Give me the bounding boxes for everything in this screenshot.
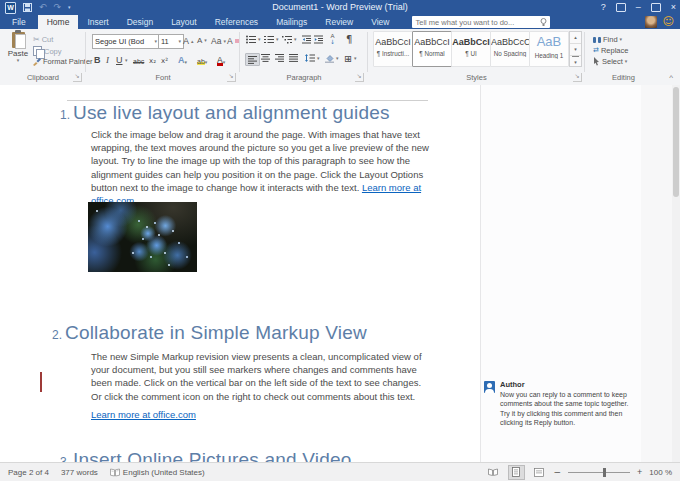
close-button[interactable]: × (671, 0, 676, 15)
zoom-out-button[interactable]: − (554, 467, 562, 477)
paste-clipboard-icon (12, 32, 25, 48)
word-count[interactable]: 377 words (61, 468, 98, 477)
decrease-indent-button[interactable] (302, 35, 311, 44)
line-spacing-button[interactable]: ▾ (305, 54, 320, 62)
tab-home[interactable]: Home (38, 15, 79, 29)
multilevel-list-button[interactable]: ▾ (282, 35, 297, 44)
underline-caret-icon[interactable]: ▾ (125, 58, 128, 63)
strikethrough-button[interactable]: abc (133, 53, 144, 65)
format-painter-button[interactable]: Format Painter (33, 57, 93, 66)
flower-image[interactable] (88, 202, 197, 272)
align-center-button[interactable] (261, 54, 270, 62)
page-indicator[interactable]: Page 2 of 4 (8, 468, 49, 477)
paste-caret-icon[interactable]: ▾ (17, 58, 20, 63)
styles-more-icon[interactable]: ▾ (572, 56, 579, 68)
show-paragraph-marks-button[interactable]: ¶ (346, 34, 352, 45)
tracked-change-bar[interactable] (40, 372, 42, 392)
numbering-button[interactable]: ▾ (264, 35, 279, 44)
font-dialog-launcher-icon[interactable]: ↘ (227, 73, 236, 82)
web-layout-button[interactable] (532, 466, 547, 479)
styles-scroll-down-icon[interactable]: ▾ (570, 44, 581, 56)
clipboard-dialog-launcher-icon[interactable]: ↘ (73, 73, 82, 82)
scissors-icon: ✂ (33, 35, 40, 44)
section-2-heading[interactable]: 2. Collaborate in Simple Markup View (42, 322, 367, 344)
style-no-spacing[interactable]: AaBbCcC No Spacing (490, 31, 530, 67)
section-1-paragraph[interactable]: Click the image below and drag it around… (91, 128, 433, 207)
tell-me-input[interactable] (415, 18, 540, 27)
comment-author: Author (500, 380, 525, 389)
select-button[interactable]: Select ▾ (593, 57, 627, 66)
style-heading-1[interactable]: AaB Heading 1 (529, 31, 569, 67)
borders-button[interactable]: ⊞ ▾ (344, 53, 356, 64)
print-layout-button[interactable] (508, 465, 525, 480)
vertical-scrollbar[interactable] (672, 85, 680, 462)
replace-button[interactable]: ⇄ Replace (593, 46, 628, 55)
underline-button[interactable]: U (116, 53, 123, 65)
find-button[interactable]: Find ▾ (593, 35, 622, 44)
scrollbar-thumb[interactable] (673, 87, 679, 197)
italic-button[interactable]: I (106, 53, 109, 65)
tab-review[interactable]: Review (316, 15, 362, 29)
font-size-combo[interactable]: 11 ▾ (158, 34, 184, 49)
bullets-button[interactable]: ▾ (246, 35, 261, 44)
font-color-caret-icon: ▾ (223, 60, 226, 65)
clear-formatting-button[interactable]: A (227, 36, 239, 46)
page-right-margin (640, 85, 672, 462)
paragraph-dialog-launcher-icon[interactable]: ↘ (355, 73, 364, 82)
text-effects-button[interactable]: A▾ (178, 53, 187, 65)
align-left-button[interactable] (245, 53, 260, 66)
document-canvas[interactable]: Author Now you can reply to a comment to… (0, 85, 672, 462)
justify-button[interactable] (289, 54, 298, 62)
bold-button[interactable]: B (94, 53, 101, 65)
align-right-button[interactable] (275, 54, 284, 62)
tab-file[interactable]: File (0, 15, 38, 29)
styles-scroll-up-icon[interactable]: ▴ (570, 32, 581, 44)
superscript-button[interactable]: x² (161, 53, 168, 65)
font-color-button[interactable]: A ▾ (217, 53, 225, 65)
learn-more-link-2[interactable]: Learn more at office.com (91, 409, 196, 420)
zoom-level[interactable]: 100 % (649, 468, 672, 477)
collapse-ribbon-icon[interactable]: ^ (669, 74, 673, 82)
tell-me-box[interactable] (412, 16, 550, 28)
increase-indent-button[interactable] (314, 35, 323, 44)
print-layout-icon (512, 467, 520, 477)
feedback-smiley-icon[interactable]: ☺ (663, 16, 674, 28)
zoom-in-button[interactable]: + (637, 467, 642, 477)
style-instructions[interactable]: AaBbCcI ¶ Instructi... (373, 31, 413, 67)
font-family-combo[interactable]: Segoe UI (Bod ▾ (92, 34, 160, 49)
tab-references[interactable]: References (206, 15, 267, 29)
user-avatar[interactable] (645, 16, 657, 28)
zoom-slider[interactable] (568, 472, 630, 473)
zoom-slider-thumb[interactable] (603, 468, 606, 477)
text-effects-caret-icon: ▾ (185, 60, 188, 65)
section-2-paragraph[interactable]: The new Simple Markup revision view pres… (91, 350, 433, 403)
grow-font-button[interactable]: A▴ (183, 36, 194, 46)
tab-design[interactable]: Design (118, 15, 162, 29)
proofing-status[interactable]: English (United States) (110, 468, 205, 477)
style-normal[interactable]: AaBbCcI ¶ Normal (412, 31, 452, 67)
subscript-button[interactable]: x₂ (149, 53, 156, 65)
highlight-color-button[interactable]: ab ▾ (196, 53, 207, 65)
help-button[interactable]: ? (601, 0, 606, 15)
replace-icon: ⇄ (593, 46, 599, 55)
section-1-heading[interactable]: 1. Use live layout and alignment guides (50, 102, 390, 124)
minimize-button[interactable]: – (636, 0, 641, 15)
read-mode-button[interactable] (486, 466, 501, 479)
copy-button[interactable]: Copy (33, 46, 62, 56)
sort-button[interactable]: A ↓ (330, 34, 335, 45)
shrink-font-button[interactable]: A▾ (197, 36, 207, 45)
shading-button[interactable]: ▾ (325, 54, 339, 63)
tab-layout[interactable]: Layout (162, 15, 206, 29)
change-case-button[interactable]: Aa ▾ (211, 36, 226, 46)
cut-button[interactable]: ✂ Cut (33, 35, 53, 44)
styles-dialog-launcher-icon[interactable]: ↘ (573, 73, 582, 82)
paste-button[interactable]: Paste ▾ (5, 32, 31, 72)
ribbon-display-options-icon[interactable] (616, 3, 626, 12)
tab-insert[interactable]: Insert (78, 15, 117, 29)
restore-button[interactable] (651, 3, 661, 12)
style-ui[interactable]: AaBbCcI ¶ UI (451, 31, 491, 67)
comment-text: Now you can reply to a comment to keep c… (500, 390, 632, 427)
section-3-heading[interactable]: 3. Insert Online Pictures and Video (50, 449, 352, 462)
tab-view[interactable]: View (362, 15, 398, 29)
tab-mailings[interactable]: Mailings (267, 15, 316, 29)
